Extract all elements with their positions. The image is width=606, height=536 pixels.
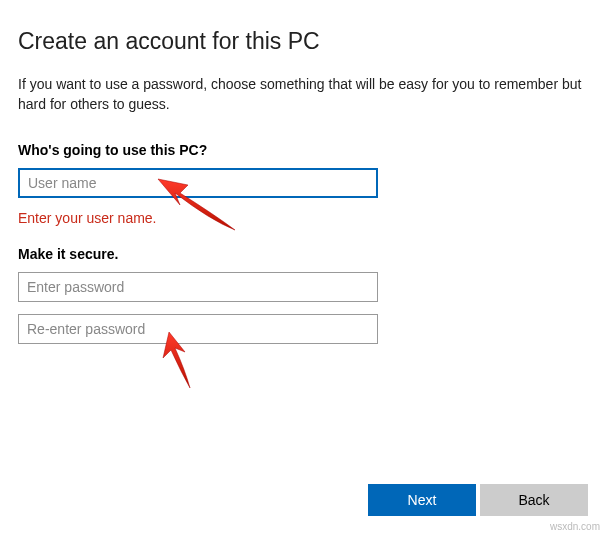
username-input[interactable] [18, 168, 378, 198]
password-label: Make it secure. [18, 246, 588, 262]
page-title: Create an account for this PC [18, 28, 588, 55]
confirm-password-input[interactable] [18, 314, 378, 344]
back-button[interactable]: Back [480, 484, 588, 516]
username-error: Enter your user name. [18, 210, 588, 226]
password-input[interactable] [18, 272, 378, 302]
next-button[interactable]: Next [368, 484, 476, 516]
watermark-text: wsxdn.com [550, 521, 600, 532]
description-text: If you want to use a password, choose so… [18, 75, 588, 114]
username-label: Who's going to use this PC? [18, 142, 588, 158]
footer-buttons: Next Back [368, 484, 588, 516]
